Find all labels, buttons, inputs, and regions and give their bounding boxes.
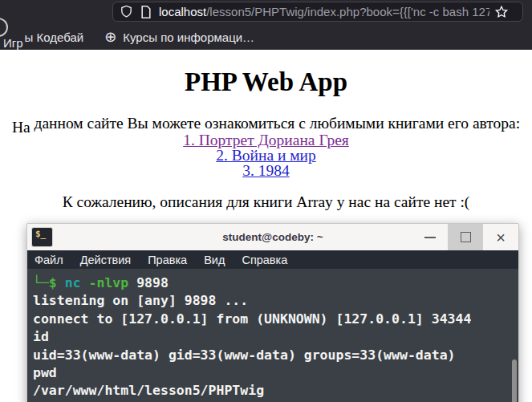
terminal-output-line: pwd bbox=[33, 364, 510, 382]
terminal-title: student@codeby: ~ bbox=[27, 231, 518, 243]
url-host: localhost bbox=[159, 5, 206, 18]
book-link-3[interactable]: 3. 1984 bbox=[0, 163, 532, 178]
globe-icon: ⊕ bbox=[104, 30, 116, 44]
prompt-symbol: └─$ bbox=[33, 275, 65, 290]
command-name: nc bbox=[65, 275, 81, 290]
terminal-scrollbar[interactable] bbox=[512, 359, 517, 402]
bookmarks-bar: Игр ы Кодебай ⊕ Курсы по информаци… bbox=[0, 24, 532, 50]
browser-toolbar: localhost/lesson5/PHPTwig/index.php?book… bbox=[0, 0, 532, 50]
bookmark-item-courses[interactable]: Курсы по информаци… bbox=[123, 30, 254, 44]
intro-text: На данном сайте Вы можете ознакомиться с… bbox=[0, 115, 532, 132]
book-links-list: 1. Портрет Дориана Грея 2. Война и мир 3… bbox=[0, 132, 532, 178]
intro-rest: данном сайте Вы можете ознакомиться с лю… bbox=[30, 115, 521, 132]
book-link-1[interactable]: 1. Портрет Дориана Грея bbox=[0, 132, 532, 148]
menu-view[interactable]: Вид bbox=[204, 254, 225, 266]
shield-icon[interactable] bbox=[120, 5, 133, 18]
url-text[interactable]: localhost/lesson5/PHPTwig/index.php?book… bbox=[159, 5, 489, 18]
terminal-window[interactable]: $_ student@codeby: ~ × Файл Действия Пра… bbox=[26, 223, 519, 402]
terminal-output-line: uid=33(www-data) gid=33(www-data) groups… bbox=[33, 347, 510, 364]
bookmark-star-icon[interactable] bbox=[494, 5, 509, 19]
terminal-output-line: connect to [127.0.0.1] from (UNKNOWN) [1… bbox=[33, 311, 510, 328]
terminal-output-area[interactable]: └─$ nc -nlvp 9898 listening on [any] 989… bbox=[27, 269, 518, 402]
book-link-2[interactable]: 2. Война и мир bbox=[0, 148, 532, 163]
terminal-titlebar[interactable]: $_ student@codeby: ~ × bbox=[27, 224, 518, 250]
menu-help[interactable]: Справка bbox=[242, 254, 287, 266]
terminal-menubar: Файл Действия Правка Вид Справка bbox=[27, 250, 518, 269]
intro-prefix: На bbox=[12, 119, 30, 136]
address-bar[interactable]: localhost/lesson5/PHPTwig/index.php?book… bbox=[112, 2, 523, 22]
command-arg: 9898 bbox=[128, 275, 169, 290]
terminal-output-line: /var/www/html/lesson5/PHPTwig bbox=[33, 382, 510, 400]
menu-edit[interactable]: Правка bbox=[148, 254, 187, 266]
terminal-prompt-line: └─$ nc -nlvp 9898 bbox=[33, 274, 510, 292]
command-flags: -nlvp bbox=[81, 275, 129, 290]
menu-actions[interactable]: Действия bbox=[80, 254, 132, 266]
bookmark-item-kodebay[interactable]: ы Кодебай bbox=[25, 30, 84, 44]
url-path: /lesson5/PHPTwig/index.php?book={{['nc -… bbox=[206, 5, 489, 18]
menu-file[interactable]: Файл bbox=[35, 254, 63, 266]
bookmark-partial-label[interactable]: Игр bbox=[3, 36, 23, 50]
page-info-icon[interactable] bbox=[140, 6, 152, 18]
terminal-output-line: id bbox=[33, 328, 510, 346]
page-title: PHP Web App bbox=[0, 67, 532, 97]
book-error-text: К сожалению, описания для книги Array у … bbox=[0, 193, 532, 211]
terminal-output-line: listening on [any] 9898 ... bbox=[33, 292, 510, 310]
